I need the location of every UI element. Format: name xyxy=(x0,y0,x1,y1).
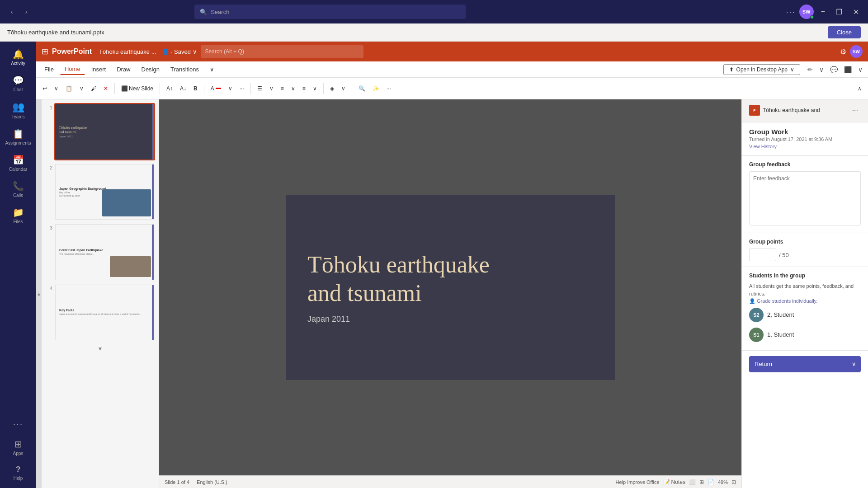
toolbar-chevron[interactable]: ∧ xyxy=(855,84,864,94)
font-color-button[interactable]: A xyxy=(208,84,224,94)
sidebar-item-help[interactable]: ? Help xyxy=(5,461,32,484)
view-reading-button[interactable]: 📄 xyxy=(708,479,714,485)
comment-button[interactable]: 💬 xyxy=(828,64,840,75)
menu-design[interactable]: Design xyxy=(137,64,164,75)
slide-canvas[interactable]: Tōhoku earthquakeand tsunami Japan 2011 xyxy=(286,195,615,380)
more-options-button[interactable]: ··· xyxy=(786,7,796,17)
slide-panel-scroll-down[interactable]: ▼ xyxy=(45,344,155,354)
rp-points-input[interactable] xyxy=(749,249,776,261)
back-button[interactable]: ‹ xyxy=(5,5,18,18)
view-grid-button[interactable]: ⊞ xyxy=(699,479,704,485)
scroll-up-button[interactable]: ▲ xyxy=(36,99,42,488)
sidebar-item-more[interactable]: ··· xyxy=(5,415,32,433)
rp-points-max: / 50 xyxy=(779,252,789,258)
open-desktop-button[interactable]: ⬆ Open in Desktop App ∨ xyxy=(723,64,800,75)
menu-transitions[interactable]: Transitions xyxy=(166,64,203,75)
sidebar-item-apps-label: Apps xyxy=(13,451,24,456)
separator-5 xyxy=(323,83,324,94)
rp-return-chevron[interactable]: ∨ xyxy=(847,356,861,372)
sidebar-item-teams[interactable]: 👥 Teams xyxy=(5,98,32,123)
slide-main-subtitle: Japan 2011 xyxy=(307,314,350,324)
font-size-down-button[interactable]: A↓ xyxy=(177,84,189,94)
view-normal-button[interactable]: ⬜ xyxy=(689,479,696,485)
grade-individual-icon: 👤 xyxy=(749,297,755,305)
ppt-user-avatar[interactable]: SW xyxy=(850,45,863,58)
sidebar-item-activity[interactable]: 🔔 Activity xyxy=(5,45,32,70)
status-right: Help Improve Office 📝 Notes ⬜ ⊞ 📄 49% ⊡ xyxy=(616,479,736,485)
user-avatar[interactable]: SW xyxy=(799,5,814,19)
rp-feedback-input[interactable] xyxy=(749,171,861,225)
rp-students-section: Students in the group All students get t… xyxy=(742,267,868,351)
align-dropdown[interactable]: ∨ xyxy=(310,84,320,94)
sidebar-item-calendar[interactable]: 📅 Calendar xyxy=(5,151,32,175)
menu-home[interactable]: Home xyxy=(60,64,85,75)
number-dropdown[interactable]: ∨ xyxy=(288,84,298,94)
menu-file[interactable]: File xyxy=(40,64,58,75)
menu-draw[interactable]: Draw xyxy=(112,64,135,75)
close-window-button[interactable]: ✕ xyxy=(849,6,863,18)
maximize-button[interactable]: ❐ xyxy=(832,6,846,18)
slide-thumbnail-4[interactable]: Key Facts Japan is a country surrounded … xyxy=(54,284,155,341)
minimize-button[interactable]: − xyxy=(817,6,829,18)
notes-button[interactable]: 📝 Notes xyxy=(663,479,685,485)
ppt-settings-icon[interactable]: ⚙ xyxy=(840,47,846,56)
slide-thumbnail-2[interactable]: Japan Geographic Background Bay of Fire … xyxy=(54,163,155,221)
rp-file-more-button[interactable]: ··· xyxy=(849,105,861,115)
sidebar-item-chat[interactable]: 💬 Chat xyxy=(5,71,32,96)
sidebar-item-calls[interactable]: 📞 Calls xyxy=(5,177,32,202)
apps-grid-icon[interactable]: ⊞ xyxy=(42,47,48,56)
present-dropdown[interactable]: ∨ xyxy=(856,64,864,75)
teams-icon: 👥 xyxy=(12,101,24,113)
menu-more[interactable]: ∨ xyxy=(205,64,219,75)
find-button[interactable]: 🔍 xyxy=(356,84,368,94)
sidebar-item-files[interactable]: 📁 Files xyxy=(5,203,32,228)
menu-insert[interactable]: Insert xyxy=(87,64,111,75)
pen-button[interactable]: ✏ xyxy=(806,64,815,75)
file-type-icon: P xyxy=(749,105,760,116)
sidebar-item-apps[interactable]: ⊞ Apps xyxy=(5,435,32,460)
undo-dropdown[interactable]: ∨ xyxy=(52,84,61,94)
format-painter[interactable]: 🖌 xyxy=(88,84,99,94)
font-size-up-button[interactable]: A↑ xyxy=(164,84,175,94)
rp-view-history-link[interactable]: View History xyxy=(749,144,777,149)
zoom-fit-button[interactable]: ⊡ xyxy=(731,479,736,485)
slide-thumbnail-1[interactable]: Tōhoku earthquakeand tsunami Japan 2011 xyxy=(54,103,155,160)
close-panel-button[interactable]: Close xyxy=(828,26,861,38)
bullet-list-button[interactable]: ☰ xyxy=(255,84,265,94)
bullet-dropdown[interactable]: ∨ xyxy=(267,84,276,94)
new-slide-button[interactable]: ⬛ New Slide xyxy=(118,84,156,94)
dropdown-icon: ∨ xyxy=(193,48,197,55)
return-chevron-icon: ∨ xyxy=(852,361,856,367)
magic-button[interactable]: ✨ xyxy=(370,84,382,94)
slide4-text: Japan is a country surrounded by sea on … xyxy=(59,313,141,316)
slide-thumbnail-3[interactable]: Great East Japan Earthquake The movement… xyxy=(54,223,155,281)
copy-button[interactable]: 📋 xyxy=(63,84,75,94)
new-slide-label: New Slide xyxy=(129,85,153,92)
rp-return-area: Return ∨ xyxy=(742,351,868,378)
shape-fill-dropdown[interactable]: ∨ xyxy=(339,84,348,94)
delete-button[interactable]: ✕ xyxy=(101,84,111,94)
font-color-dropdown[interactable]: ∨ xyxy=(226,84,235,94)
shape-fill-button[interactable]: ◈ xyxy=(327,84,337,94)
more-toolbar[interactable]: ··· xyxy=(237,84,247,94)
ppt-search-input[interactable] xyxy=(201,45,363,58)
rp-grade-individually-link[interactable]: 👤 Grade students individually. xyxy=(749,297,861,305)
forward-button[interactable]: › xyxy=(20,5,33,18)
pen-dropdown[interactable]: ∨ xyxy=(817,64,826,75)
copy-dropdown[interactable]: ∨ xyxy=(77,84,86,94)
title-bar: ‹ › 🔍 Search ··· SW − ❐ ✕ xyxy=(0,0,868,23)
more-end-button[interactable]: ··· xyxy=(384,84,394,94)
user-icon: 👤 xyxy=(162,48,169,55)
global-search-bar[interactable]: 🔍 Search xyxy=(194,5,466,19)
bold-button[interactable]: B xyxy=(191,84,200,94)
number-list-button[interactable]: ≡ xyxy=(278,84,287,94)
rp-return-button[interactable]: Return xyxy=(749,356,847,372)
slide1-indicator xyxy=(152,104,154,160)
slide2-thumb-title: Japan Geographic Background xyxy=(59,187,106,190)
present-button[interactable]: ⬛ xyxy=(842,64,854,75)
sidebar-item-assignments[interactable]: 📋 Assignments xyxy=(5,125,32,149)
align-button[interactable]: ≡ xyxy=(300,84,308,94)
help-improve-link[interactable]: Help Improve Office xyxy=(616,479,660,485)
open-desktop-dropdown: ∨ xyxy=(790,66,794,73)
undo-button[interactable]: ↩ xyxy=(40,84,50,94)
